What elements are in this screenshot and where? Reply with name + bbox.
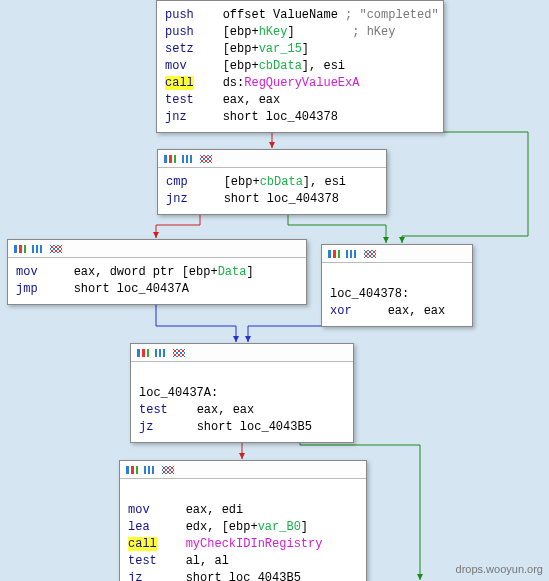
graph-view-icon [328, 250, 340, 258]
disasm-block-loc404378: loc_404378: xor eax, eax [321, 244, 473, 327]
disasm-block-cmp: cmp [ebp+cbData], esi jnz short loc_4043… [157, 149, 387, 215]
graph-view-icon [126, 466, 138, 474]
dots-icon [200, 155, 212, 163]
dots-icon [50, 245, 62, 253]
tag-icon [32, 245, 44, 253]
code-body: mov eax, dword ptr [ebp+Data] jmp short … [8, 258, 306, 304]
node-titlebar [8, 240, 306, 258]
node-titlebar [322, 245, 472, 263]
node-titlebar [158, 150, 386, 168]
dots-icon [364, 250, 376, 258]
graph-view-icon [14, 245, 26, 253]
graph-view-icon [137, 349, 149, 357]
dots-icon [162, 466, 174, 474]
disasm-block-loc40437A: loc_40437A: test eax, eax jz short loc_4… [130, 343, 354, 443]
watermark: drops.wooyun.org [456, 563, 543, 575]
code-body: loc_404378: xor eax, eax [322, 263, 472, 326]
tag-icon [182, 155, 194, 163]
node-titlebar [131, 344, 353, 362]
graph-view-icon [164, 155, 176, 163]
dots-icon [173, 349, 185, 357]
code-body: cmp [ebp+cbData], esi jnz short loc_4043… [158, 168, 386, 214]
node-titlebar [120, 461, 366, 479]
disasm-block-entry: push offset ValueName ; "completed" push… [156, 0, 444, 133]
disasm-block-check: mov eax, edi lea edx, [ebp+var_B0] call … [119, 460, 367, 581]
disasm-block-mov: mov eax, dword ptr [ebp+Data] jmp short … [7, 239, 307, 305]
code-body: push offset ValueName ; "completed" push… [157, 1, 443, 132]
code-body: mov eax, edi lea edx, [ebp+var_B0] call … [120, 479, 366, 581]
tag-icon [346, 250, 358, 258]
code-body: loc_40437A: test eax, eax jz short loc_4… [131, 362, 353, 442]
tag-icon [144, 466, 156, 474]
tag-icon [155, 349, 167, 357]
